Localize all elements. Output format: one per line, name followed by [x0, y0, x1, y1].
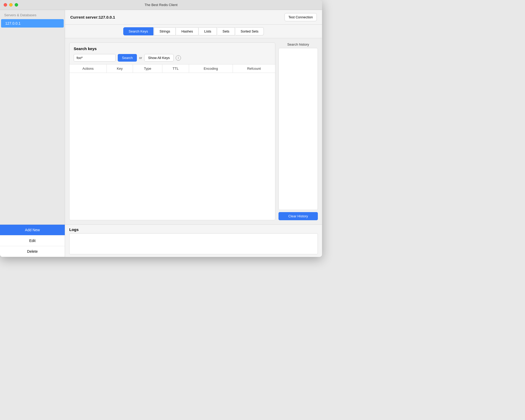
- main-layout: Servers & Databases 127.0.0.1 Add New Ed…: [0, 10, 322, 257]
- col-key: Key: [107, 64, 133, 73]
- show-all-keys-button[interactable]: Show All Keys: [144, 54, 174, 62]
- title-bar: The Best Redis Client: [0, 0, 322, 10]
- clear-history-button[interactable]: Clear History: [278, 212, 318, 220]
- search-panel-title: Search keys: [74, 46, 271, 51]
- col-ttl: TTL: [162, 64, 189, 73]
- search-row: Search or Show All Keys i: [74, 54, 271, 62]
- logs-section: Logs: [65, 224, 322, 257]
- tab-sorted-sets[interactable]: Sorted Sets: [235, 27, 264, 35]
- search-keys-panel: Search keys Search or Show All Keys i Ac…: [69, 42, 275, 220]
- sidebar-item-127001[interactable]: 127.0.0.1: [1, 19, 64, 28]
- content-area: Current server:127.0.0.1 Test Connection…: [65, 10, 322, 257]
- search-history-panel: Search history Clear History: [278, 42, 318, 220]
- panel-area: Search keys Search or Show All Keys i Ac…: [65, 38, 322, 224]
- history-list[interactable]: [278, 48, 318, 210]
- search-panel-header: Search keys Search or Show All Keys i: [69, 43, 275, 64]
- search-button[interactable]: Search: [118, 54, 137, 62]
- tabs-bar: Search Keys Strings Hashes Lists Sets So…: [65, 25, 322, 38]
- col-encoding: Encoding: [189, 64, 233, 73]
- sidebar-buttons: Add New Edit Delete: [0, 224, 65, 257]
- test-connection-button[interactable]: Test Connection: [285, 13, 317, 21]
- add-new-button[interactable]: Add New: [0, 225, 65, 235]
- logs-content: [69, 233, 318, 254]
- window-title: The Best Redis Client: [144, 3, 178, 7]
- col-actions: Actions: [69, 64, 107, 73]
- content-header: Current server:127.0.0.1 Test Connection: [65, 10, 322, 25]
- traffic-lights: [4, 3, 18, 7]
- tab-lists[interactable]: Lists: [199, 27, 217, 35]
- sidebar-title: Servers & Databases: [0, 10, 65, 19]
- table-header: Actions Key Type TTL Encoding Refcount: [69, 64, 275, 73]
- close-button[interactable]: [4, 3, 7, 7]
- results-table: Actions Key Type TTL Encoding Refcount: [69, 64, 275, 73]
- edit-button[interactable]: Edit: [0, 235, 65, 246]
- col-refcount: Refcount: [233, 64, 275, 73]
- sidebar: Servers & Databases 127.0.0.1 Add New Ed…: [0, 10, 65, 257]
- info-icon[interactable]: i: [176, 55, 181, 61]
- minimize-button[interactable]: [9, 3, 13, 7]
- tab-strings[interactable]: Strings: [154, 27, 175, 35]
- sidebar-spacer: [0, 28, 65, 224]
- maximize-button[interactable]: [15, 3, 18, 7]
- tab-search-keys[interactable]: Search Keys: [123, 27, 154, 35]
- current-server-label: Current server:127.0.0.1: [70, 15, 115, 19]
- history-title: Search history: [278, 42, 318, 46]
- delete-button[interactable]: Delete: [0, 246, 65, 257]
- or-text: or: [139, 56, 142, 60]
- logs-title: Logs: [69, 227, 318, 232]
- col-type: Type: [133, 64, 162, 73]
- tab-hashes[interactable]: Hashes: [176, 27, 199, 35]
- tab-sets[interactable]: Sets: [217, 27, 235, 35]
- table-header-row: Actions Key Type TTL Encoding Refcount: [69, 64, 275, 73]
- search-input[interactable]: [74, 54, 116, 62]
- keys-table: Actions Key Type TTL Encoding Refcount: [69, 64, 275, 220]
